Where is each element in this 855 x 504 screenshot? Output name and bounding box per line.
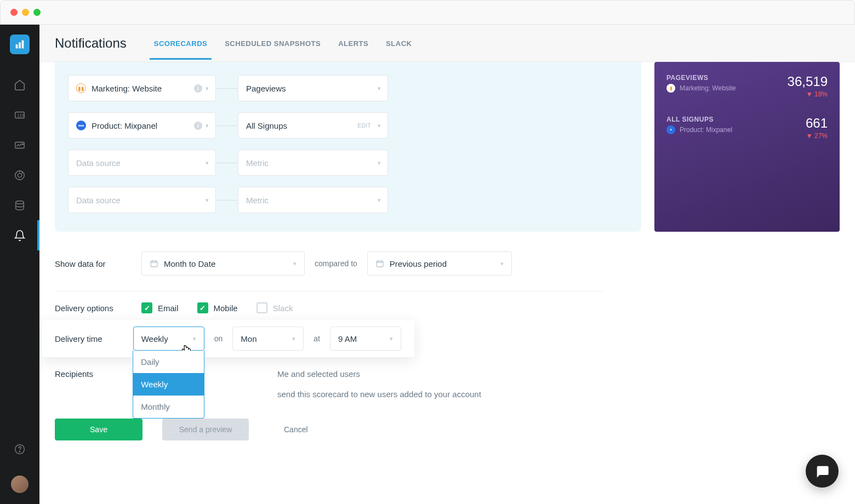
checkbox-slack[interactable] bbox=[256, 302, 267, 313]
svg-rect-2 bbox=[22, 41, 24, 49]
header-tabs: SCORECARDS SCHEDULED SNAPSHOTS ALERTS SL… bbox=[154, 26, 412, 60]
metric-row-empty-2: Data source ▾ Metric ▾ bbox=[68, 187, 628, 213]
show-data-row: Show data for Month to Date ▾ compared t… bbox=[55, 245, 603, 282]
svg-point-11 bbox=[19, 451, 20, 452]
info-icon[interactable]: i bbox=[194, 122, 202, 130]
source-select-2[interactable]: ••• Product: Mixpanel i▾ bbox=[68, 112, 216, 139]
source-label: Product: Mixpanel bbox=[92, 121, 157, 130]
preview-metric-signups: ALL SIGNUPS • Product: Mixpanel 661 ▼ 27… bbox=[666, 116, 828, 143]
calendar-icon bbox=[150, 259, 158, 268]
preview-value: 661 bbox=[806, 116, 828, 131]
frequency-select[interactable]: Weekly ▾ Daily Weekly Monthly bbox=[133, 327, 204, 351]
nav-notifications[interactable] bbox=[0, 220, 39, 250]
on-label: on bbox=[214, 334, 223, 343]
chevron-down-icon: ▾ bbox=[206, 159, 209, 167]
compared-select[interactable]: Previous period ▾ bbox=[367, 251, 512, 276]
at-label: at bbox=[314, 334, 320, 343]
google-analytics-icon: ▮▮ bbox=[76, 83, 86, 93]
metrics-panel: ▮▮ Marketing: Website i▾ Pageviews ▾ ••• bbox=[55, 62, 641, 232]
time-value: 9 AM bbox=[338, 334, 357, 343]
metric-select-empty[interactable]: Metric ▾ bbox=[238, 187, 388, 213]
cancel-button[interactable]: Cancel bbox=[269, 419, 323, 440]
frequency-option-weekly[interactable]: Weekly bbox=[133, 373, 204, 396]
recipients-label: Recipients bbox=[55, 369, 141, 379]
svg-point-9 bbox=[16, 201, 24, 204]
edit-link[interactable]: EDIT bbox=[357, 123, 371, 129]
delivery-time-row: Delivery time Weekly ▾ Daily Weekly Mont… bbox=[42, 320, 414, 357]
connector-line bbox=[216, 200, 238, 201]
nav-metrics[interactable] bbox=[0, 130, 39, 160]
nav-data[interactable] bbox=[0, 190, 39, 220]
checkbox-email[interactable] bbox=[141, 302, 152, 313]
time-select[interactable]: 9 AM ▾ bbox=[330, 327, 401, 351]
source-select-1[interactable]: ▮▮ Marketing: Website i▾ bbox=[68, 75, 216, 101]
nav-goals[interactable] bbox=[0, 160, 39, 190]
nav-home[interactable] bbox=[0, 70, 39, 100]
preview-change: ▼ 18% bbox=[806, 90, 828, 98]
delivery-options-row: Delivery options Email Mobile Slack bbox=[55, 296, 603, 320]
chevron-down-icon: ▾ bbox=[378, 85, 381, 92]
source-label: Marketing: Website bbox=[92, 84, 162, 93]
compared-label: compared to bbox=[315, 259, 357, 268]
metric-select-2[interactable]: All Signups EDIT▾ bbox=[238, 112, 388, 139]
nav-sidebar: 123 bbox=[0, 25, 39, 504]
period-select[interactable]: Month to Date ▾ bbox=[141, 251, 305, 276]
svg-rect-13 bbox=[377, 261, 383, 267]
preview-value: 36,519 bbox=[788, 74, 828, 89]
preview-source: Marketing: Website bbox=[680, 84, 736, 92]
svg-point-6 bbox=[22, 144, 24, 145]
user-avatar[interactable] bbox=[11, 476, 29, 493]
recipients-auto-text: send this scorecard to new users added t… bbox=[277, 390, 603, 399]
tab-scheduled-snapshots[interactable]: SCHEDULED SNAPSHOTS bbox=[225, 26, 321, 60]
window-maximize-icon[interactable] bbox=[33, 9, 41, 16]
scorecard-preview: PAGEVIEWS ▮ Marketing: Website 36,519 ▼ … bbox=[654, 62, 840, 232]
metric-label: All Signups bbox=[246, 121, 287, 130]
tab-alerts[interactable]: ALERTS bbox=[338, 26, 368, 60]
delivery-time-label: Delivery time bbox=[55, 334, 133, 343]
show-data-label: Show data for bbox=[55, 259, 141, 268]
connector-line bbox=[216, 125, 238, 126]
footer-buttons: Save Send a preview Cancel bbox=[55, 419, 603, 440]
mixpanel-icon: • bbox=[666, 125, 675, 134]
tab-scorecards[interactable]: SCORECARDS bbox=[154, 26, 207, 60]
nav-help[interactable] bbox=[0, 444, 39, 455]
send-preview-button[interactable]: Send a preview bbox=[162, 419, 249, 440]
chevron-down-icon: ▾ bbox=[293, 260, 297, 267]
day-select[interactable]: Mon ▾ bbox=[232, 327, 304, 351]
checkbox-slack-label: Slack bbox=[273, 303, 293, 313]
preview-title: ALL SIGNUPS bbox=[666, 116, 828, 123]
app-logo[interactable] bbox=[10, 35, 30, 54]
preview-metric-pageviews: PAGEVIEWS ▮ Marketing: Website 36,519 ▼ … bbox=[666, 74, 828, 101]
metric-placeholder: Metric bbox=[246, 196, 269, 205]
chevron-down-icon: ▾ bbox=[206, 197, 209, 204]
checkbox-mobile-label: Mobile bbox=[214, 303, 238, 313]
chevron-down-icon: ▾ bbox=[378, 159, 381, 167]
window-minimize-icon[interactable] bbox=[22, 9, 29, 16]
connector-line bbox=[216, 163, 238, 163]
source-placeholder: Data source bbox=[76, 196, 121, 205]
frequency-option-daily[interactable]: Daily bbox=[133, 351, 204, 373]
source-select-empty[interactable]: Data source ▾ bbox=[68, 187, 216, 213]
divider bbox=[55, 291, 603, 291]
tab-slack[interactable]: SLACK bbox=[386, 26, 412, 60]
window-close-icon[interactable] bbox=[10, 9, 18, 16]
source-select-empty[interactable]: Data source ▾ bbox=[68, 150, 216, 176]
nav-dashboards[interactable]: 123 bbox=[0, 100, 39, 130]
page-title: Notifications bbox=[55, 36, 127, 51]
recipients-who: Me and selected users bbox=[277, 369, 360, 379]
frequency-option-monthly[interactable]: Monthly bbox=[133, 396, 204, 418]
metric-select-1[interactable]: Pageviews ▾ bbox=[238, 75, 388, 101]
info-icon[interactable]: i bbox=[194, 84, 202, 93]
metric-row-2: ••• Product: Mixpanel i▾ All Signups EDI… bbox=[68, 112, 628, 139]
metric-select-empty[interactable]: Metric ▾ bbox=[238, 150, 388, 176]
save-button[interactable]: Save bbox=[55, 419, 142, 440]
delivery-options-label: Delivery options bbox=[55, 303, 141, 313]
mixpanel-icon: ••• bbox=[76, 121, 86, 130]
frequency-dropdown: Daily Weekly Monthly bbox=[133, 351, 204, 419]
svg-point-8 bbox=[18, 173, 21, 177]
checkbox-mobile[interactable] bbox=[197, 302, 208, 313]
period-value: Month to Date bbox=[164, 259, 215, 268]
intercom-launcher[interactable] bbox=[806, 455, 839, 488]
day-value: Mon bbox=[241, 334, 256, 343]
chevron-down-icon: ▾ bbox=[500, 260, 504, 267]
